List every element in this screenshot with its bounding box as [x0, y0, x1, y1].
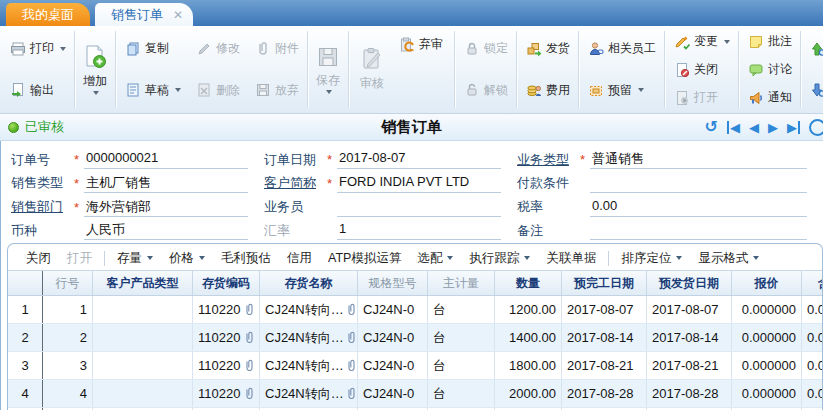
discuss-button[interactable]: 讨论	[743, 59, 796, 80]
notify-button[interactable]: 通知	[743, 87, 796, 108]
last-record-icon[interactable]: ▶	[787, 121, 800, 134]
cell-value: 4	[21, 386, 28, 401]
cell-value: 台	[433, 301, 446, 319]
print-button[interactable]: 打印	[5, 38, 70, 59]
first-record-icon[interactable]: ◀	[727, 121, 740, 134]
sales-type-field[interactable]: 主机厂销售	[84, 174, 248, 193]
cell-value: 4	[80, 386, 87, 401]
previous-record-icon[interactable]: ◀	[749, 121, 759, 134]
sticky-note-icon	[747, 33, 764, 50]
expense-button[interactable]: 费用	[521, 80, 574, 101]
reference-paperclip-icon[interactable]	[242, 359, 254, 372]
close-order-button[interactable]: 关闭	[669, 59, 734, 80]
detail-tab-sort-locate[interactable]: 排序定位	[613, 249, 690, 268]
chevron-down-icon	[147, 256, 153, 260]
annotate-button[interactable]: 批注	[743, 31, 796, 52]
business-type-label[interactable]: 业务类型	[517, 151, 575, 169]
locate-icon[interactable]	[809, 119, 823, 136]
customer-field[interactable]: FORD INDIA PVT LTD	[337, 174, 501, 193]
customer-label[interactable]: 客户简称	[264, 174, 322, 192]
cell-value: 0.000000	[742, 302, 796, 317]
cell-value: 0.000000	[807, 358, 822, 373]
sales-dept-field[interactable]: 海外营销部	[84, 198, 248, 217]
cell-行号: 3	[43, 352, 93, 379]
column-header[interactable]: 报价	[732, 271, 802, 295]
column-header[interactable]: 含	[802, 271, 822, 295]
business-type-field[interactable]: 普通销售	[590, 150, 807, 169]
grid-header: 行号客户产品类型存货编码存货名称规格型号主计量数量预完工日期预发货日期报价含	[8, 270, 822, 296]
detail-tab-configure[interactable]: 选配	[409, 249, 461, 268]
column-header[interactable]: 预发货日期	[647, 271, 732, 295]
cell-value: 3	[21, 358, 28, 373]
unlock-icon	[463, 82, 480, 99]
tab-sales-order[interactable]: 销售订单 ✕	[95, 3, 193, 26]
column-header[interactable]: 行号	[43, 271, 93, 295]
reference-paperclip-icon[interactable]	[344, 387, 356, 400]
reference-paperclip-icon[interactable]	[242, 303, 254, 316]
change-button[interactable]: 变更	[669, 31, 734, 52]
reference-paperclip-icon[interactable]	[242, 387, 254, 400]
cell-value: 1200.00	[509, 302, 556, 317]
column-header[interactable]: 规格型号	[358, 271, 428, 295]
pencil-icon	[195, 40, 212, 57]
form-field-remark: 备注	[517, 219, 823, 242]
up-query-button[interactable]: 上查	[805, 38, 823, 59]
export-button[interactable]: 输出	[5, 80, 70, 101]
column-header[interactable]: 存货编码	[193, 271, 260, 295]
related-staff-button[interactable]: 相关员工	[583, 38, 660, 59]
add-button[interactable]: 增加	[76, 28, 114, 111]
column-header[interactable]: 数量	[495, 271, 562, 295]
form-field-salesman: 业务员	[264, 196, 517, 219]
next-record-icon[interactable]: ▶	[768, 121, 778, 134]
column-header[interactable]: 存货名称	[260, 271, 358, 295]
cell-value: 110220	[198, 302, 240, 317]
salesman-field[interactable]	[337, 198, 501, 217]
cell-预完工日期: 2017-08-14	[562, 324, 647, 351]
cell-预发货日期: 2017-08-21	[647, 352, 732, 379]
speech-bubble-icon	[747, 61, 764, 78]
draft-button[interactable]: 草稿	[120, 80, 185, 101]
column-header[interactable]: 主计量	[428, 271, 495, 295]
cell-客户产品类型	[93, 352, 193, 379]
window-tab-bar: 我的桌面 销售订单 ✕	[0, 0, 823, 26]
detail-tab-stock[interactable]: 存量	[109, 249, 161, 268]
order-no-field[interactable]: 0000000021	[84, 150, 248, 169]
payment-terms-field[interactable]	[590, 174, 807, 193]
detail-tab-credit[interactable]: 信用	[279, 249, 320, 268]
column-header[interactable]: 客户产品类型	[93, 271, 193, 295]
order-date-field[interactable]: 2017-08-07	[337, 150, 501, 169]
unaudit-button[interactable]: 弃审	[394, 34, 447, 55]
down-query-button[interactable]: 下查	[805, 80, 823, 101]
detail-tab-margin-est[interactable]: 毛利预估	[213, 249, 279, 268]
tax-rate-field[interactable]: 0.00	[590, 198, 807, 217]
chevron-down-icon	[724, 40, 730, 44]
detail-tab-exec-trace[interactable]: 执行跟踪	[461, 249, 538, 268]
reference-paperclip-icon[interactable]	[344, 331, 356, 344]
reference-paperclip-icon[interactable]	[344, 303, 356, 316]
close-icon[interactable]: ✕	[173, 8, 183, 22]
draft-icon	[124, 82, 141, 99]
cell-value: 2017-08-28	[652, 386, 719, 401]
detail-tab-close-line[interactable]: 关闭	[18, 249, 59, 268]
detail-tab-related-docs[interactable]: 关联单据	[538, 249, 604, 268]
currency-field[interactable]: 人民币	[84, 221, 248, 240]
ship-button[interactable]: 发货	[521, 38, 574, 59]
reference-paperclip-icon[interactable]	[344, 359, 356, 372]
reserve-button[interactable]: 预留	[583, 80, 660, 101]
sales-dept-label[interactable]: 销售部门	[11, 198, 69, 216]
detail-tab-price[interactable]: 价格	[161, 249, 213, 268]
copy-button[interactable]: 复制	[120, 38, 185, 59]
chevron-down-icon	[326, 90, 332, 94]
column-header[interactable]	[8, 271, 43, 295]
column-header[interactable]: 预完工日期	[562, 271, 647, 295]
status-badge: 已审核	[8, 118, 64, 136]
exchange-rate-field[interactable]: 1	[337, 221, 501, 240]
remark-field[interactable]	[590, 221, 807, 240]
detail-tab-display-fmt[interactable]: 显示格式	[690, 249, 767, 268]
tab-my-desktop[interactable]: 我的桌面	[6, 3, 90, 26]
open-order-button: 打开	[669, 87, 734, 108]
cell-主计量: 台	[428, 352, 495, 379]
reference-paperclip-icon[interactable]	[242, 331, 254, 344]
refresh-icon[interactable]: ↺	[705, 119, 718, 135]
detail-tab-atp-sim[interactable]: ATP模拟运算	[320, 249, 409, 268]
